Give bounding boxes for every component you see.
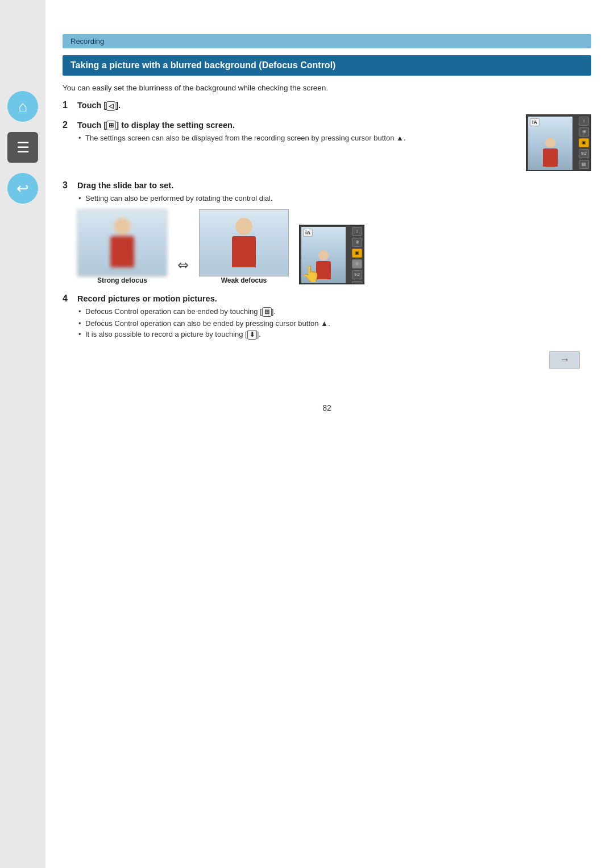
cam-icon-fn2: fn2 <box>579 149 589 158</box>
cam-icon3-circle: ⊙ <box>352 259 362 268</box>
step-1-title: Touch [◁]. <box>77 101 121 111</box>
weak-defocus-image <box>199 209 289 276</box>
step2-icon: ⊞ <box>106 121 116 130</box>
recording-label: Recording <box>70 37 104 46</box>
page-title: Taking a picture with a blurred backgrou… <box>63 55 591 76</box>
cam-icon-iso: ⊕ <box>579 127 589 137</box>
ia-badge-step3: iA <box>303 229 313 237</box>
step-2-number: 2 <box>63 120 73 130</box>
step-4-number: 4 <box>63 294 73 304</box>
ia-badge-step2: iA <box>530 118 540 126</box>
double-arrow-icon: ⇔ <box>177 257 189 273</box>
strong-defocus-label: Strong defocus <box>77 276 167 284</box>
camera-screen-step3: iA ↕ ⊕ ▣ ⊙ fn2 ▤ <box>299 225 364 284</box>
cam-icon3-wbalance: ↕ <box>352 227 362 236</box>
menu-button[interactable]: ☰ <box>7 132 38 163</box>
intro-text: You can easily set the blurriness of the… <box>63 84 591 92</box>
sidebar: ⌂ ☰ ↩ <box>0 0 45 868</box>
step-4: 4 Record pictures or motion pictures. De… <box>63 294 591 340</box>
back-button[interactable]: ↩ <box>7 173 38 204</box>
step-3-title: Drag the slide bar to set. <box>77 181 173 190</box>
cam-icon3-menu: ▤ <box>352 281 362 284</box>
step4-icon2: ⬇ <box>247 330 257 340</box>
step-3: 3 Drag the slide bar to set. Setting can… <box>63 180 591 284</box>
step-3-bullet-1: Setting can also be performed by rotatin… <box>77 194 591 202</box>
cam-icon-defocus: ▣ <box>579 138 589 147</box>
cam-icon3-iso: ⊕ <box>352 238 362 247</box>
camera-icons-step3: ↕ ⊕ ▣ ⊙ fn2 ▤ <box>352 227 362 284</box>
forward-arrow-icon: → <box>559 354 570 366</box>
camera-icons-step2: ↕ ⊕ ▣ fn2 ▤ <box>579 117 589 169</box>
strong-defocus-image <box>77 209 167 276</box>
cam-icon-wbalance: ↕ <box>579 117 589 126</box>
step-4-title: Record pictures or motion pictures. <box>77 294 217 303</box>
step-3-number: 3 <box>63 180 73 191</box>
home-button[interactable]: ⌂ <box>7 91 38 122</box>
forward-arrow-container: → <box>63 351 591 369</box>
step-4-bullet-1: Defocus Control operation can be ended b… <box>77 307 591 317</box>
cam-icon3-defocus: ▣ <box>352 249 362 258</box>
main-content: Recording Taking a picture with a blurre… <box>45 0 614 868</box>
step-4-bullet-2: Defocus Control operation can also be en… <box>77 319 591 328</box>
step-1-number: 1 <box>63 100 73 110</box>
weak-defocus-label: Weak defocus <box>199 276 289 284</box>
step1-icon: ◁ <box>106 101 115 111</box>
page-number: 82 <box>63 403 591 412</box>
cam-icon3-fn2: fn2 <box>352 270 362 279</box>
step-2: 2 Touch [⊞] to display the setting scree… <box>63 120 591 171</box>
camera-screen-step2: iA ↕ ⊕ ▣ fn2 ▤ <box>526 114 591 171</box>
cam-icon-menu: ▤ <box>579 160 589 169</box>
step4-icon1: ⊞ <box>262 307 272 317</box>
recording-bar: Recording <box>63 34 591 48</box>
touch-gesture-icon: 👆 <box>301 265 321 283</box>
forward-arrow-button[interactable]: → <box>549 351 580 369</box>
step-1: 1 Touch [◁]. <box>63 100 591 111</box>
step-2-title: Touch [⊞] to display the setting screen. <box>77 121 235 131</box>
step-4-bullet-3: It is also possible to record a picture … <box>77 330 591 340</box>
step-2-bullet-1: The settings screen can also be displaye… <box>77 134 515 142</box>
